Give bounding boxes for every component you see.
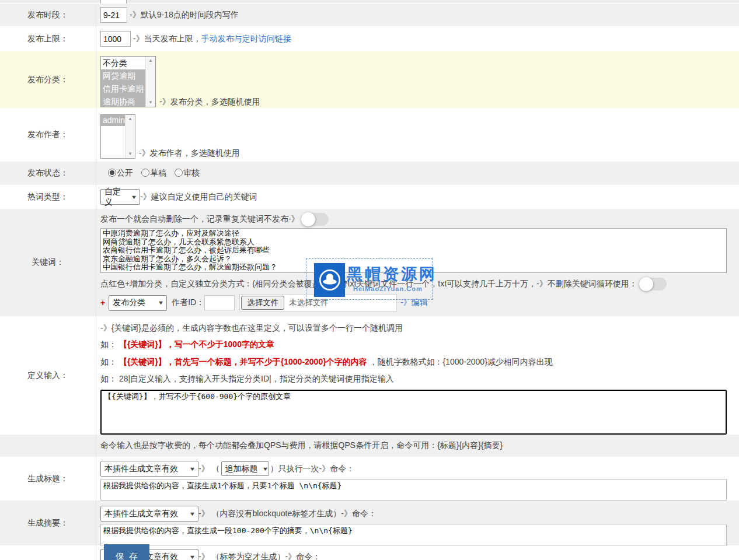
save-button[interactable]: 保存 — [104, 544, 149, 560]
gen-summary-command-textarea[interactable]: 根据我提供给你的内容，直接生成一段100-200个字的摘要，\n\n{标题} — [100, 524, 727, 545]
hotword-type-label: 热词类型： — [0, 185, 96, 209]
publish-time-label: 发布时段： — [0, 4, 96, 26]
row-command-note: 命令输入也是按字收费的，每个功能都会叠加QPS与费用，请根据QPS条件开启，命令… — [0, 435, 739, 457]
category-option[interactable]: 不分类 — [101, 57, 145, 69]
multiselect-scrollbar[interactable]: ▲ ▼ — [145, 57, 155, 107]
scroll-up-icon[interactable]: ▲ — [128, 117, 133, 121]
row-gen-title: 生成标题： 本插件生成文章有效 ▼ -》 （ 追加标题 ▼ ）只执行一次-》命令… — [0, 457, 739, 501]
radio-unselected-icon[interactable] — [141, 169, 149, 177]
row-gen-summary: 生成摘要： 本插件生成文章有效 ▼ -》 （内容没有blockquote标签才生… — [0, 501, 739, 545]
define-example2: 【{关键词}】，首先写一个标题，并写不少于{1000-2000}个字的内容 — [119, 357, 367, 366]
radio-unselected-icon[interactable] — [175, 169, 183, 177]
radio-draft[interactable]: 草稿 — [141, 168, 166, 178]
scroll-up-icon[interactable]: ▲ — [148, 58, 153, 63]
keywords-toggle1-text: 发布一个就会自动删除一个，记录重复关键词不发布-》 — [100, 214, 299, 225]
choose-file-button[interactable]: 选择文件 — [241, 296, 284, 310]
row-publish-category: 发布分类： 不分类 网贷逾期 信用卡逾期 逾期协商 ▲ ▼ -》发布分类，多选随… — [0, 51, 739, 108]
row-publish-time: 发布时段： -》默认9-18点的时间段内写作 — [0, 4, 739, 26]
chevron-down-icon: ▼ — [189, 466, 196, 472]
define-input-textarea[interactable]: 【{关键词}】，并写不少于{600-900}个字的原创文章 — [100, 390, 727, 435]
publish-category-multiselect[interactable]: 不分类 网贷逾期 信用卡逾期 逾期协商 ▲ ▼ — [100, 56, 156, 107]
define-input-label: 定义输入： — [0, 316, 96, 435]
gen-summary-mid: -》 （内容没有blockquote标签才生成）-》命令： — [198, 509, 377, 519]
add-category-button[interactable]: + — [100, 298, 105, 307]
row-hotword-type: 热词类型： 自定义 ▼ -》建议自定义使用自己的关键词 — [0, 185, 739, 209]
command-note-text: 命令输入也是按字收费的，每个功能都会叠加QPS与费用，请根据QPS条件开启，命令… — [100, 440, 739, 451]
publish-category-desc: -》发布分类，多选随机使用 — [159, 97, 260, 107]
define-example1: 【{关键词}】，写一个不少于1000字的文章 — [119, 340, 274, 349]
multiselect-scrollbar[interactable]: ▲ ▼ — [125, 115, 135, 158]
dedup-toggle[interactable] — [302, 213, 329, 226]
gen-title-append-select[interactable]: 追加标题 ▼ — [221, 461, 269, 476]
chevron-down-icon: ▼ — [189, 554, 196, 560]
chevron-down-icon: ▼ — [189, 511, 196, 517]
gen-title-post2: ）只执行一次-》命令： — [270, 464, 355, 474]
gen-title-label: 生成标题： — [0, 457, 96, 501]
black-hat-logo-icon — [314, 263, 345, 297]
radio-review[interactable]: 审核 — [175, 168, 200, 178]
row-publish-limit: 发布上限： -》当天发布上限， 手动发布与定时访问链接 — [0, 26, 739, 51]
chevron-down-icon: ▼ — [131, 194, 138, 200]
publish-time-input[interactable] — [100, 7, 127, 23]
row-define-input: 定义输入： -》{关键词}是必须的，生成内容字数也在这里定义，可以设置多个一行一… — [0, 316, 739, 435]
publish-category-label: 发布分类： — [0, 51, 96, 108]
scroll-down-icon[interactable]: ▼ — [128, 152, 133, 156]
chevron-down-icon: ▼ — [262, 466, 269, 472]
publish-time-desc: -》默认9-18点的时间段内写作 — [130, 10, 239, 20]
keyword-loop-toggle[interactable] — [640, 278, 667, 290]
row-publish-author: 发布作者： admin ▲ ▼ -》发布作者，多选随机使用 — [0, 108, 739, 162]
author-id-input[interactable] — [204, 295, 235, 310]
author-option[interactable]: admin — [101, 115, 125, 126]
define-input-line1: -》{关键词}是必须的，生成内容字数也在这里定义，可以设置多个一行一个随机调用 — [100, 323, 739, 334]
category-option[interactable]: 信用卡逾期 — [101, 82, 145, 95]
gen-tags-mid: -》 （标签为空才生成）-》命令： — [198, 552, 320, 560]
publish-status-label: 发布状态： — [0, 162, 96, 185]
chevron-down-icon: ▼ — [158, 300, 165, 306]
gen-summary-label: 生成摘要： — [0, 501, 96, 545]
radio-public[interactable]: 公开 — [108, 168, 133, 178]
keyword-category-select[interactable]: 发布分类 ▼ — [109, 295, 167, 311]
publish-limit-input[interactable] — [100, 31, 131, 47]
publish-limit-label: 发布上限： — [0, 26, 96, 51]
publish-limit-desc: -》当天发布上限， — [133, 34, 201, 44]
category-option[interactable]: 逾期协商 — [101, 95, 145, 107]
watermark: 黑帽资源网 HeiMaoZiYuan.Com — [306, 258, 433, 300]
keywords-label: 关键词： — [0, 209, 96, 316]
define-example3: 28|自定义输入，支持输入开头指定分类ID|，指定分类的关键词使用指定输入 — [119, 374, 394, 383]
manual-publish-link[interactable]: 手动发布与定时访问链接 — [201, 34, 291, 44]
keywords-toggle2-text: -》不删除关键词循环使用： — [536, 279, 637, 289]
hotword-type-desc: -》建议自定义使用自己的关键词 — [140, 192, 257, 202]
category-option[interactable]: 网贷逾期 — [101, 69, 145, 82]
author-id-label: 作者ID： — [172, 298, 204, 308]
gen-title-pre2: -》 （ — [198, 464, 220, 474]
gen-title-command-textarea[interactable]: 根据我提供给你的内容，直接生成1个标题，只要1个标题 \n\n{标题} — [100, 479, 727, 501]
row-publish-status: 发布状态： 公开 草稿 审核 — [0, 162, 739, 185]
gen-title-mode-select[interactable]: 本插件生成文章有效 ▼ — [100, 461, 198, 477]
radio-selected-icon[interactable] — [108, 169, 116, 177]
publish-author-desc: -》发布作者，多选随机使用 — [139, 148, 240, 159]
watermark-title: 黑帽资源网 — [347, 264, 437, 285]
watermark-subtitle: HeiMaoZiYuan.Com — [353, 285, 423, 292]
plugin-settings-page: 发布时段： -》默认9-18点的时间段内写作 发布上限： -》当天发布上限， 手… — [0, 0, 739, 560]
publish-author-label: 发布作者： — [0, 108, 96, 162]
gen-summary-mode-select[interactable]: 本插件生成文章有效 ▼ — [100, 506, 198, 522]
publish-author-multiselect[interactable]: admin ▲ ▼ — [100, 114, 135, 159]
hotword-type-select[interactable]: 自定义 ▼ — [100, 189, 140, 205]
scroll-down-icon[interactable]: ▼ — [148, 100, 153, 105]
